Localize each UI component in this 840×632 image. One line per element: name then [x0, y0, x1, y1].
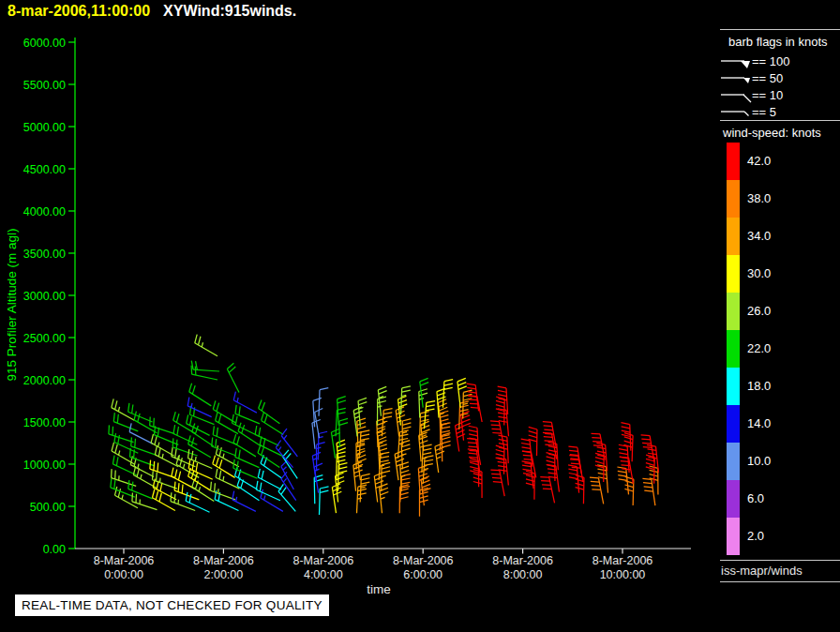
- barb-feather: [115, 444, 117, 453]
- barb-feather: [569, 474, 578, 475]
- barb-flag-icon: [720, 53, 752, 69]
- barb-half-feather: [138, 464, 139, 469]
- barb-staff: [313, 400, 315, 427]
- wind-barb: [212, 438, 236, 456]
- barb-feather: [154, 418, 155, 427]
- barb-feather: [492, 477, 501, 478]
- barb-feather: [597, 469, 606, 471]
- barb-half-feather: [118, 407, 119, 412]
- barb-feather: [358, 459, 367, 462]
- barb-feather: [421, 426, 429, 429]
- disclaimer-banner: REAL-TIME DATA, NOT CHECKED FOR QUALITY: [15, 594, 329, 616]
- barb-feather: [469, 450, 477, 451]
- barb-feather: [619, 449, 627, 451]
- barb-feather: [379, 391, 387, 394]
- barb-feather: [467, 387, 475, 388]
- barb-feather: [473, 477, 482, 479]
- barb-feather: [592, 438, 600, 439]
- barb-feather: [175, 470, 177, 478]
- barb-feather: [361, 474, 369, 475]
- barb-feather: [522, 447, 531, 449]
- barb-feather: [218, 414, 220, 423]
- barb-feather: [337, 444, 345, 446]
- barb-feather: [259, 400, 262, 409]
- barb-feather: [237, 436, 240, 444]
- barb-feather: [136, 494, 137, 503]
- colorbar-swatch: [727, 405, 740, 443]
- barb-feather: [622, 430, 630, 432]
- barb-feather: [548, 476, 557, 477]
- barb-feather: [544, 437, 552, 438]
- wind-barb: [191, 366, 218, 380]
- barb-feather: [522, 461, 531, 462]
- barb-feather: [216, 439, 217, 447]
- barb-feather: [644, 490, 652, 491]
- barb-feather: [423, 453, 431, 455]
- barb-feather: [568, 465, 577, 467]
- barb-feather: [597, 455, 606, 457]
- barb-feather: [361, 478, 369, 480]
- x-tick-date: 8-Mar-2006: [193, 554, 254, 567]
- wind-barb: [319, 487, 328, 515]
- feather-10: [743, 95, 751, 102]
- wind-barb: [258, 469, 281, 489]
- wind-barb: [336, 408, 346, 436]
- barb-feather: [619, 479, 627, 481]
- barb-feather: [382, 467, 390, 469]
- barb-feather: [113, 413, 114, 421]
- barb-half-feather: [463, 403, 468, 404]
- barb-feather: [643, 447, 652, 448]
- barb-feather: [114, 433, 116, 442]
- barb-feather: [598, 477, 607, 479]
- x-axis-label: time: [367, 582, 391, 596]
- barb-feather: [419, 436, 428, 439]
- barb-feather: [112, 456, 114, 464]
- barb-feather: [526, 471, 534, 474]
- wind-barb: [338, 397, 346, 426]
- barb-feather: [213, 426, 214, 434]
- barb-feather: [134, 449, 135, 458]
- barb-half-feather: [179, 455, 180, 459]
- y-tick-label: 6000.00: [23, 37, 66, 50]
- barb-feather: [498, 461, 506, 463]
- barb-half-feather: [423, 458, 428, 459]
- barb-feather: [467, 384, 475, 384]
- legend-row: == 100: [720, 53, 840, 69]
- barb-feather: [425, 459, 433, 461]
- barb-feather: [255, 426, 257, 434]
- barb-feather: [498, 386, 506, 388]
- barb-feather: [401, 478, 410, 480]
- barb-feather: [173, 412, 176, 420]
- barb-feather: [258, 469, 260, 477]
- barb-feather: [132, 482, 133, 490]
- wind-barb: [188, 398, 211, 417]
- barb-half-feather: [122, 495, 123, 500]
- barb-feather: [646, 463, 654, 466]
- pennant-100: [741, 61, 750, 68]
- barb-feather: [156, 491, 158, 500]
- barb-feather: [641, 439, 650, 440]
- wind-barb: [281, 472, 296, 500]
- pennant-50: [743, 78, 750, 83]
- barb-feather: [354, 411, 363, 414]
- barb-feather: [547, 457, 555, 459]
- barb-half-feather: [158, 443, 159, 447]
- barb-feather: [499, 435, 507, 437]
- colorbar-value: 38.0: [747, 180, 771, 218]
- barb-feather: [499, 421, 507, 423]
- barb-feather: [547, 460, 555, 462]
- barb-feather: [198, 337, 200, 345]
- barb-feather: [418, 465, 427, 468]
- barb-half-feather: [382, 421, 387, 422]
- barb-feather: [569, 450, 578, 451]
- colorbar-swatch: [727, 180, 740, 218]
- barb-feather: [380, 460, 388, 462]
- wind-barb: [151, 434, 173, 456]
- barb-feather: [357, 427, 366, 429]
- barb-feather: [150, 416, 151, 425]
- barb-feather: [262, 402, 264, 411]
- wind-barb: [171, 492, 195, 510]
- barb-feather: [571, 463, 579, 464]
- y-tick-label: 5500.00: [23, 79, 66, 92]
- x-tick-time: 2:00:00: [204, 568, 244, 581]
